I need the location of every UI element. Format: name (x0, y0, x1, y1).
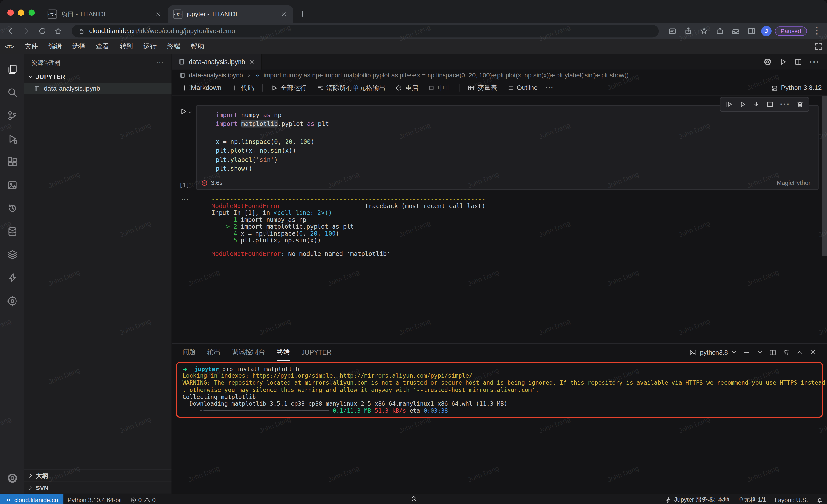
panel-tab-problems[interactable]: 问题 (182, 344, 196, 361)
target-icon[interactable] (0, 289, 25, 312)
browser-tab-jupyter[interactable]: <t> jupyter - TITANIDE (167, 5, 293, 23)
add-code-button[interactable]: 代码 (227, 82, 258, 94)
close-window-button[interactable] (7, 10, 14, 16)
forward-icon[interactable] (20, 25, 33, 37)
keyboard-layout[interactable]: Layout: U.S. (770, 494, 812, 504)
explorer-icon[interactable] (0, 58, 25, 80)
settings-gear-icon[interactable] (0, 466, 25, 489)
editor-more-icon[interactable]: ··· (810, 57, 820, 67)
run-all-button[interactable]: 全部运行 (267, 82, 310, 94)
extensions-puzzle-icon[interactable] (714, 25, 726, 37)
remote-indicator[interactable]: cloud.titanide.cn (0, 494, 63, 504)
notebook-settings-gear-icon[interactable] (764, 58, 772, 66)
cell-language-mode[interactable]: MagicPython (777, 180, 812, 186)
bookmark-star-icon[interactable] (698, 25, 710, 37)
split-editor-icon[interactable] (794, 58, 802, 66)
maximize-window-button[interactable] (29, 10, 35, 16)
new-terminal-icon[interactable] (743, 349, 750, 356)
panel-tab-jupyter[interactable]: JUPYTER (301, 344, 332, 361)
expand-panel-button[interactable] (406, 493, 421, 504)
extensions-icon[interactable] (0, 150, 25, 173)
breadcrumb-file[interactable]: data-analysis.ipynb (189, 71, 243, 79)
terminal-content-highlight[interactable]: ➜ jupyter pip install matplotlib Looking… (176, 362, 823, 418)
run-cell-button[interactable] (180, 107, 196, 115)
profile-avatar[interactable]: J (761, 26, 772, 37)
browser-menu-icon[interactable]: ··· (810, 25, 823, 37)
sidebar-section-svn[interactable]: SVN (25, 482, 172, 494)
new-tab-icon[interactable] (299, 10, 306, 18)
add-markdown-button[interactable]: Markdown (177, 83, 225, 94)
layers-icon[interactable] (0, 243, 25, 266)
lightning-icon[interactable] (0, 266, 25, 289)
home-icon[interactable] (52, 25, 64, 37)
problems-summary[interactable]: 0 0 (126, 494, 160, 504)
clear-outputs-button[interactable]: 清除所有单元格输出 (312, 82, 389, 94)
cell-editor[interactable]: import numpy as np import matplotlib.pyp… (196, 106, 819, 190)
menu-terminal[interactable]: 终端 (162, 40, 185, 52)
panel-tab-debug-console[interactable]: 调试控制台 (232, 344, 265, 361)
kill-terminal-icon[interactable] (783, 349, 790, 356)
sidebar-toggle-icon[interactable] (745, 25, 758, 37)
menu-view[interactable]: 查看 (91, 40, 114, 52)
close-tab-icon[interactable] (154, 11, 162, 17)
close-tab-icon[interactable] (249, 59, 255, 65)
menu-file[interactable]: 文件 (20, 40, 43, 52)
kernel-picker[interactable]: Python 3.8.12 (771, 85, 822, 92)
search-icon[interactable] (0, 80, 25, 104)
fullscreen-icon[interactable] (815, 42, 823, 50)
share-icon[interactable] (682, 25, 694, 37)
sync-paused-badge[interactable]: Paused (775, 26, 807, 36)
menu-run[interactable]: 运行 (139, 40, 161, 52)
run-debug-icon[interactable] (0, 127, 25, 150)
history-icon[interactable] (0, 197, 25, 220)
editor-scrollbar[interactable] (822, 96, 827, 256)
run-by-line-icon[interactable] (725, 101, 732, 108)
cell-code[interactable]: import numpy as np import matplotlib.pyp… (197, 106, 818, 176)
database-icon[interactable] (0, 220, 25, 243)
run-all-icon[interactable] (779, 58, 787, 66)
split-terminal-icon[interactable] (769, 349, 776, 356)
menu-selection[interactable]: 选择 (67, 40, 90, 52)
run-options-chevron-icon[interactable] (188, 110, 192, 115)
outline-button[interactable]: Outline (503, 83, 541, 94)
explorer-more-icon[interactable]: ··· (156, 59, 164, 66)
jupyter-server-status[interactable]: Jupyter 服务器: 本地 (661, 494, 733, 504)
variables-button[interactable]: 变量表 (464, 82, 501, 94)
editor-tab-notebook[interactable]: data-analysis.ipynb (172, 54, 262, 70)
panel-tab-terminal[interactable]: 终端 (277, 344, 290, 361)
preview-icon[interactable] (0, 173, 25, 197)
menu-goto[interactable]: 转到 (115, 40, 138, 52)
execute-cell-icon[interactable] (739, 101, 746, 108)
menu-edit[interactable]: 编辑 (44, 40, 66, 52)
toolbar-more-icon[interactable]: ··· (545, 85, 553, 92)
restart-kernel-button[interactable]: 重启 (391, 82, 422, 94)
source-control-icon[interactable] (0, 104, 25, 127)
close-tab-icon[interactable] (280, 11, 288, 17)
python-interpreter[interactable]: Python 3.10.4 64-bit (63, 494, 126, 504)
maximize-panel-icon[interactable] (796, 349, 804, 356)
collapse-output-icon[interactable]: ··· (181, 196, 189, 202)
address-bar[interactable]: cloud.titanide.cn/ide/web/coding/jupyter… (71, 25, 659, 37)
split-cell-icon[interactable] (767, 101, 774, 108)
sidebar-section-outline[interactable]: 大纲 (25, 469, 172, 482)
file-item-notebook[interactable]: data-analysis.ipynb (25, 82, 172, 94)
cell-position[interactable]: 单元格 1/1 (734, 494, 770, 504)
panel-tab-output[interactable]: 输出 (207, 344, 221, 361)
breadcrumb-cell-code[interactable]: import numpy as np↵import matplotlib.pyp… (263, 71, 629, 79)
menu-help[interactable]: 帮助 (186, 40, 209, 52)
terminal-picker[interactable]: python3.8 (689, 349, 737, 356)
delete-cell-icon[interactable] (796, 101, 804, 108)
reload-icon[interactable] (36, 25, 48, 37)
terminal-dropdown-icon[interactable] (757, 350, 763, 355)
inbox-icon[interactable] (730, 25, 742, 37)
reading-list-icon[interactable] (666, 25, 679, 37)
minimize-window-button[interactable] (18, 10, 25, 16)
close-panel-icon[interactable] (810, 349, 816, 356)
execute-below-icon[interactable] (753, 101, 760, 108)
interrupt-button[interactable]: 中止 (424, 82, 454, 94)
back-icon[interactable] (4, 25, 17, 37)
sidebar-section-jupyter[interactable]: JUPYTER (25, 71, 172, 82)
notifications-bell[interactable] (812, 494, 827, 504)
cell-more-icon[interactable]: ··· (780, 100, 790, 109)
browser-tab-project[interactable]: <t> 项目 - TITANIDE (42, 5, 167, 23)
